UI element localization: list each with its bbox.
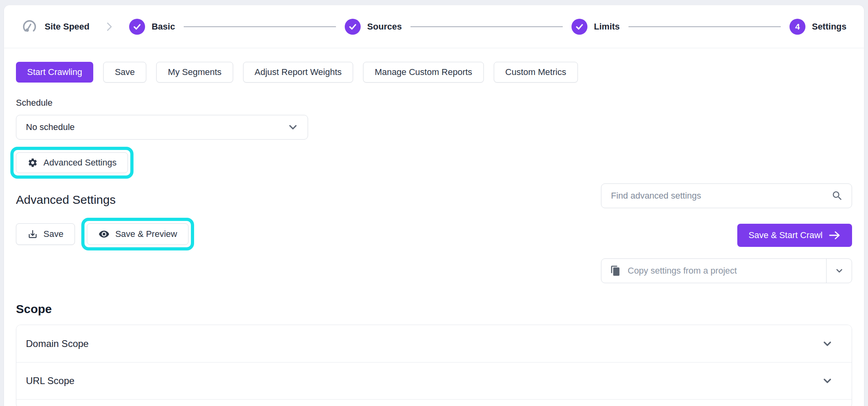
- schedule-select[interactable]: No schedule: [16, 115, 308, 140]
- copy-settings-combobox[interactable]: Copy settings from a project: [601, 258, 852, 283]
- breadcrumb-project[interactable]: Site Speed: [22, 19, 89, 35]
- copy-settings-placeholder: Copy settings from a project: [628, 266, 737, 276]
- breadcrumb-chevron-icon: [104, 21, 114, 32]
- search-input[interactable]: [601, 183, 852, 208]
- advanced-settings-heading: Advanced Settings: [16, 193, 116, 207]
- project-name: Site Speed: [45, 22, 89, 32]
- action-toolbar: Start Crawling Save My Segments Adjust R…: [16, 62, 852, 83]
- step-basic[interactable]: Basic: [129, 19, 175, 35]
- gear-icon: [27, 158, 38, 168]
- step-connector: [184, 26, 336, 27]
- step-connector: [628, 26, 781, 27]
- accordion-row-url-scope[interactable]: URL Scope: [16, 362, 852, 399]
- save-icon: [27, 229, 38, 239]
- save-preview-button[interactable]: Save & Preview: [87, 223, 189, 245]
- step-limits[interactable]: Limits: [571, 19, 620, 35]
- chevron-down-icon: [288, 122, 298, 132]
- save-start-crawl-label: Save & Start Crawl: [748, 230, 823, 240]
- step-label: Basic: [151, 22, 175, 32]
- save-preview-label: Save & Preview: [115, 229, 177, 239]
- step-label: Limits: [594, 22, 620, 32]
- wizard-stepper: Basic Sources Limits 4 Settings: [129, 19, 846, 35]
- step-settings[interactable]: 4 Settings: [789, 19, 846, 35]
- accordion-row-partial: [16, 399, 852, 406]
- accordion-row-domain-scope[interactable]: Domain Scope: [16, 325, 852, 362]
- step-label: Settings: [812, 22, 846, 32]
- advanced-settings-search: [601, 183, 852, 208]
- start-crawling-button[interactable]: Start Crawling: [16, 62, 93, 83]
- check-icon: [571, 19, 587, 35]
- scope-heading: Scope: [16, 302, 852, 316]
- custom-metrics-button[interactable]: Custom Metrics: [494, 62, 578, 83]
- gauge-icon: [22, 19, 37, 35]
- check-icon: [345, 19, 361, 35]
- scope-accordion: Domain Scope URL Scope: [16, 325, 852, 406]
- advanced-settings-button[interactable]: Advanced Settings: [16, 152, 128, 173]
- advanced-settings-button-label: Advanced Settings: [43, 158, 116, 168]
- arrow-right-icon: [828, 230, 841, 240]
- step-connector: [410, 26, 563, 27]
- chevron-down-icon: [821, 375, 833, 387]
- chevron-down-icon: [826, 259, 852, 283]
- adjust-report-weights-button[interactable]: Adjust Report Weights: [243, 62, 353, 83]
- save-buttons-group: Save Save & Preview: [16, 218, 194, 250]
- app-panel: Site Speed Basic Sources: [4, 5, 864, 406]
- eye-icon: [98, 229, 110, 240]
- step-number-badge: 4: [789, 19, 805, 35]
- wizard-topbar: Site Speed Basic Sources: [4, 5, 864, 48]
- chevron-down-icon: [821, 338, 833, 350]
- search-icon: [831, 190, 843, 202]
- save-start-crawl-button[interactable]: Save & Start Crawl: [737, 224, 852, 247]
- crawl-actions-column: Save & Start Crawl Copy settings from a …: [601, 224, 852, 283]
- save-button[interactable]: Save: [103, 62, 146, 83]
- check-icon: [129, 19, 145, 35]
- step-sources[interactable]: Sources: [345, 19, 402, 35]
- advanced-save-button[interactable]: Save: [16, 223, 75, 245]
- accordion-row-label: Domain Scope: [26, 338, 88, 349]
- step-label: Sources: [367, 22, 402, 32]
- manage-custom-reports-button[interactable]: Manage Custom Reports: [363, 62, 484, 83]
- settings-main: Start Crawling Save My Segments Adjust R…: [4, 48, 864, 406]
- schedule-selected-value: No schedule: [26, 122, 288, 132]
- accordion-row-label: URL Scope: [26, 375, 75, 386]
- save-preview-highlight-ring: Save & Preview: [81, 218, 194, 250]
- advanced-save-label: Save: [43, 229, 63, 239]
- advanced-settings-highlight-ring: Advanced Settings: [10, 147, 134, 179]
- schedule-label: Schedule: [16, 98, 852, 108]
- my-segments-button[interactable]: My Segments: [156, 62, 233, 83]
- copy-icon: [610, 265, 621, 276]
